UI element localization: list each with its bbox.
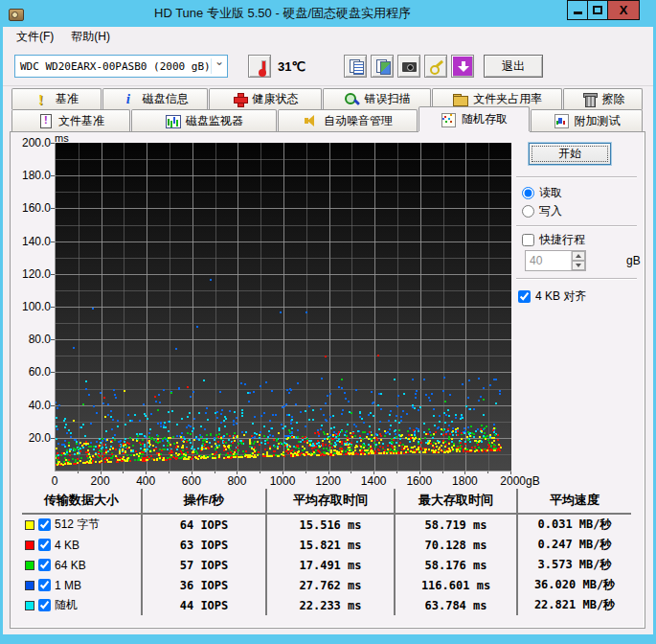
tab-row-1: 基准 磁盘信息 健康状态 错误扫描	[11, 88, 644, 109]
x-tick-label: 800	[227, 474, 246, 488]
spin-down-button[interactable]	[572, 261, 585, 270]
series-checkbox[interactable]	[38, 559, 51, 571]
tab-label: 错误扫描	[364, 91, 410, 107]
exit-button[interactable]: 退出	[484, 55, 543, 78]
series-color-swatch	[25, 520, 34, 530]
x-tick-mark	[101, 472, 102, 474]
series-label: 4 KB	[55, 539, 79, 552]
maximize-button[interactable]	[587, 0, 608, 20]
thermometer-icon	[252, 58, 268, 74]
menu-item[interactable]: 帮助(H)	[62, 27, 119, 47]
filebench-icon	[37, 113, 54, 128]
series-color-swatch	[25, 561, 34, 570]
y-tick-mark	[51, 438, 55, 439]
iops-value: 36 IOPS	[143, 575, 267, 595]
tab[interactable]: 错误扫描	[323, 88, 432, 109]
minimize-button[interactable]	[567, 0, 588, 20]
temperature-button[interactable]	[248, 55, 271, 78]
x-tick-label: 600	[182, 474, 201, 488]
copy-text-button[interactable]	[344, 55, 367, 78]
iops-value: 63 IOPS	[143, 535, 267, 555]
y-tick-mark	[51, 274, 55, 275]
spin-up-button[interactable]	[572, 251, 585, 261]
write-radio[interactable]: 写入	[522, 203, 562, 219]
start-button[interactable]: 开始	[529, 143, 611, 165]
info-icon	[122, 92, 138, 107]
table-row: 512 字节 64 IOPS 15.516 ms 58.719 ms 0.031…	[22, 515, 635, 535]
series-label: 随机	[55, 597, 78, 613]
benchmark-icon	[34, 92, 51, 107]
access-time-scatter-chart	[55, 143, 511, 472]
tab[interactable]: 附加测试	[531, 109, 643, 131]
y-tick-mark	[51, 307, 55, 308]
avg-access-time-value: 15.516 ms	[267, 515, 396, 535]
column-header: 最大存取时间	[396, 489, 518, 515]
separator	[516, 278, 637, 280]
avg-speed-value: 0.031 MB/秒	[518, 515, 631, 535]
x-tick-mark	[442, 472, 443, 473]
column-header: 平均速度	[518, 489, 631, 515]
series-checkbox[interactable]	[38, 599, 51, 611]
monitor-icon	[165, 113, 181, 128]
iops-value: 57 IOPS	[143, 555, 267, 575]
y-tick-mark	[51, 339, 55, 340]
series-label: 1 MB	[55, 579, 81, 592]
column-header: 传输数据大小	[22, 489, 143, 515]
update-button[interactable]	[451, 55, 474, 78]
random-icon	[441, 112, 457, 127]
short-stroke-checkbox-input[interactable]	[522, 234, 534, 246]
drive-selector[interactable]: WDC WD20EARX-00PASB0 (2000 gB)	[14, 55, 228, 78]
series-label: 64 KB	[55, 559, 86, 572]
short-stroke-size-input[interactable]	[526, 251, 571, 270]
tab-strip: 基准 磁盘信息 健康状态 错误扫描	[11, 88, 644, 131]
menu-item[interactable]: 文件(F)	[8, 27, 62, 47]
short-stroke-checkbox[interactable]: 快捷行程	[522, 232, 585, 248]
options-button[interactable]	[424, 55, 447, 78]
avg-speed-value: 0.247 MB/秒	[518, 535, 631, 555]
erase-icon	[581, 92, 598, 107]
spin-down-icon	[576, 264, 581, 267]
x-tick-mark	[146, 472, 147, 474]
random-access-panel: ms 20.040.060.080.0100.0120.0140.0160.01…	[10, 131, 645, 629]
minimize-icon	[574, 12, 582, 14]
avg-access-time-value: 17.491 ms	[267, 555, 396, 575]
tab[interactable]: 文件基准	[11, 109, 130, 131]
close-button[interactable]: X	[607, 0, 640, 20]
short-stroke-unit-label: gB	[626, 254, 641, 267]
tab-label: 自动噪音管理	[324, 113, 393, 129]
tab-label: 文件夹占用率	[473, 91, 542, 107]
extra-icon	[554, 113, 570, 128]
read-radio[interactable]: 读取	[522, 185, 562, 201]
x-tick-mark	[373, 472, 374, 474]
folder-icon	[452, 92, 468, 107]
screenshot-button[interactable]	[397, 55, 420, 78]
y-tick-label: 60.0	[12, 365, 51, 379]
copy-image-button[interactable]	[371, 55, 394, 78]
column-header: 平均存取时间	[267, 489, 396, 515]
write-radio-input[interactable]	[522, 205, 534, 218]
series-checkbox[interactable]	[38, 579, 51, 591]
read-radio-input[interactable]	[522, 187, 534, 199]
aam-icon	[303, 113, 319, 128]
y-tick-mark	[51, 143, 55, 144]
tab-row-2: 文件基准 磁盘监视器 自动噪音管理 随机存取	[11, 109, 644, 130]
tab[interactable]: 随机存取	[418, 106, 530, 131]
series-checkbox[interactable]	[38, 518, 51, 531]
tab[interactable]: 自动噪音管理	[278, 109, 418, 131]
table-row: 64 KB 57 IOPS 17.491 ms 58.176 ms 3.573 …	[22, 555, 635, 575]
x-tick-mark	[215, 472, 215, 473]
avg-speed-value: 22.821 MB/秒	[518, 595, 631, 615]
align-4kb-checkbox[interactable]: 4 KB 对齐	[518, 288, 586, 305]
tab[interactable]: 擦除	[563, 88, 643, 109]
align-4kb-checkbox-input[interactable]	[518, 290, 531, 303]
temperature-value: 31℃	[278, 59, 305, 74]
short-stroke-label: 快捷行程	[539, 232, 585, 248]
tab[interactable]: 磁盘监视器	[131, 109, 277, 131]
iops-value: 64 IOPS	[143, 515, 267, 535]
tab[interactable]: 基准	[11, 88, 102, 109]
avg-access-time-value: 27.762 ms	[267, 575, 396, 595]
series-checkbox[interactable]	[38, 539, 51, 551]
tab[interactable]: 磁盘信息	[102, 88, 208, 109]
tab[interactable]: 健康状态	[209, 88, 322, 109]
x-tick-label: 1400	[361, 474, 387, 488]
